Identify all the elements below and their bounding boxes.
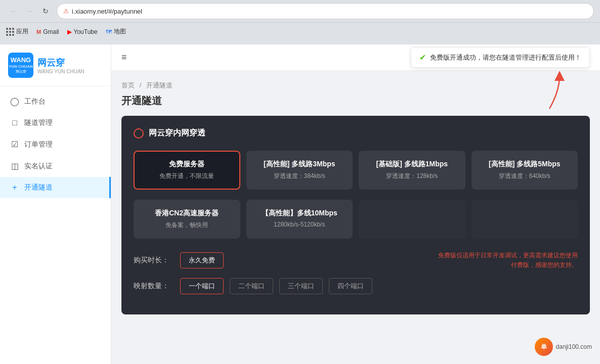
open-tunnel-icon: +: [10, 183, 19, 192]
notification-text: 免费版开通成功，请您在隧道管理进行配置后使用！: [430, 53, 581, 62]
browser-toolbar: ← → ↻ ⚠ i.xiaomy.net/#/paytunnel: [0, 0, 600, 22]
card-subtitle-10mbps: 1280kb/s-5120kb/s: [255, 221, 344, 228]
sidebar-menu: ◯ 工作台 □ 隧道管理 ☑ 订单管理 ◫ 实名认证 + 开通隧道: [0, 86, 111, 364]
server-card-free[interactable]: 免费服务器 免费开通，不限流量: [134, 151, 240, 190]
success-icon: ✔: [419, 53, 426, 62]
nav-buttons: ← → ↻: [6, 4, 53, 18]
breadcrumb-current: 开通隧道: [146, 81, 173, 89]
dark-panel: 网云穿内网穿透 免费服务器 免费开通，不限流量 [高性能] 多线路3Mbps 穿…: [121, 116, 590, 314]
card-subtitle-3mbps: 穿透速度：384kb/s: [255, 172, 344, 180]
map-btn-4[interactable]: 四个端口: [329, 278, 372, 294]
app-layout: WANG YUN CHUAN 网云穿 网云穿 WANG YUN CHUAN ◯ …: [0, 44, 600, 364]
logo-text-container: 网云穿 WANG YUN CHUAN: [37, 57, 84, 74]
card-subtitle-free: 免费开通，不限流量: [143, 172, 231, 180]
card-subtitle-hk: 免备案，畅快用: [143, 221, 231, 230]
bookmark-maps[interactable]: 🗺 地图: [106, 27, 126, 36]
security-icon: ⚠: [63, 8, 69, 15]
browser-chrome: ← → ↻ ⚠ i.xiaomy.net/#/paytunnel 应用 M Gm…: [0, 0, 600, 44]
back-button[interactable]: ←: [6, 4, 20, 18]
server-card-hk[interactable]: 香港CN2高速服务器 免备案，畅快用: [134, 200, 240, 239]
card-title-hk: 香港CN2高速服务器: [143, 209, 231, 218]
success-notification: ✔ 免费版开通成功，请您在隧道管理进行配置后使用！: [411, 47, 590, 68]
card-title-3mbps: [高性能] 多线路3Mbps: [255, 160, 344, 169]
panel-title: 网云穿内网穿透: [149, 128, 205, 139]
server-card-3mbps[interactable]: [高性能] 多线路3Mbps 穿透速度：384kb/s: [246, 151, 353, 190]
logo-subtitle: WANG YUN CHUAN: [37, 69, 84, 74]
auth-label: 实名认证: [24, 162, 53, 171]
map-count-row: 映射数量： 一个端口 二个端口 三个端口 四个端口: [134, 278, 578, 294]
open-tunnel-label: 开通隧道: [24, 183, 53, 192]
purchase-label: 购买时长：: [134, 256, 174, 265]
top-header: ≡ ✔ 免费版开通成功，请您在隧道管理进行配置后使用！: [111, 44, 600, 71]
server-card-empty2: [472, 200, 578, 239]
logo-image: WANG YUN CHUAN 网云穿: [8, 53, 33, 78]
card-subtitle-1mbps: 穿透速度：128kb/s: [368, 172, 456, 180]
card-subtitle-5mbps: 穿透速度：640kb/s: [481, 172, 569, 180]
dashboard-label: 工作台: [24, 97, 46, 106]
youtube-label: YouTube: [74, 28, 98, 35]
server-card-empty1: [359, 200, 465, 239]
watermark-text: danji100.com: [556, 343, 592, 350]
youtube-icon: ▶: [67, 28, 72, 35]
card-title-10mbps: 【高性能】多线10Mbps: [255, 209, 344, 218]
card-title-1mbps: [基础版] 多线路1Mbps: [368, 160, 456, 169]
purchase-note: 免费版仅适用于日常开发调试，更高需求建议您使用付费版，感谢您的支持。: [230, 251, 578, 270]
purchase-duration-row: 购买时长： 永久免费 免费版仅适用于日常开发调试，更高需求建议您使用付费版，感谢…: [134, 251, 578, 270]
server-grid-row2: 香港CN2高速服务器 免备案，畅快用 【高性能】多线10Mbps 1280kb/…: [134, 200, 578, 239]
panel-header: 网云穿内网穿透: [134, 128, 578, 139]
maps-label: 地图: [114, 27, 126, 36]
gmail-label: Gmail: [43, 28, 59, 35]
card-title-free: 免费服务器: [143, 160, 231, 169]
dashboard-icon: ◯: [10, 97, 19, 106]
sidebar-item-tunnel[interactable]: □ 隧道管理: [0, 112, 111, 133]
watermark: 单 danji100.com: [535, 338, 592, 356]
apps-icon: [6, 28, 14, 36]
breadcrumb-home[interactable]: 首页: [121, 81, 135, 89]
refresh-button[interactable]: ↻: [38, 4, 53, 18]
logo-title: 网云穿: [37, 57, 84, 69]
sidebar: WANG YUN CHUAN 网云穿 网云穿 WANG YUN CHUAN ◯ …: [0, 44, 111, 364]
forward-button[interactable]: →: [22, 4, 36, 18]
card-title-5mbps: [高性能] 多线路5Mbps: [481, 160, 569, 169]
purchase-free-btn[interactable]: 永久免费: [180, 252, 224, 268]
address-text: i.xiaomy.net/#/paytunnel: [72, 8, 587, 15]
server-card-5mbps[interactable]: [高性能] 多线路5Mbps 穿透速度：640kb/s: [472, 151, 578, 190]
hamburger-button[interactable]: ≡: [121, 52, 127, 63]
sidebar-logo: WANG YUN CHUAN 网云穿 网云穿 WANG YUN CHUAN: [0, 44, 111, 86]
tunnel-label: 隧道管理: [24, 118, 53, 127]
server-grid-row1: 免费服务器 免费开通，不限流量 [高性能] 多线路3Mbps 穿透速度：384k…: [134, 151, 578, 190]
auth-icon: ◫: [10, 161, 19, 171]
map-btn-1[interactable]: 一个端口: [180, 278, 224, 294]
sidebar-item-dashboard[interactable]: ◯ 工作台: [0, 90, 111, 112]
sidebar-item-auth[interactable]: ◫ 实名认证: [0, 155, 111, 177]
apps-label: 应用: [16, 27, 28, 36]
panel-radio[interactable]: [134, 128, 144, 139]
watermark-logo: 单: [535, 338, 553, 356]
maps-icon: 🗺: [106, 28, 112, 35]
orders-label: 订单管理: [24, 140, 53, 149]
sidebar-item-orders[interactable]: ☑ 订单管理: [0, 133, 111, 155]
page-title: 开通隧道: [121, 94, 590, 108]
server-card-1mbps[interactable]: [基础版] 多线路1Mbps 穿透速度：128kb/s: [359, 151, 465, 190]
bookmark-apps[interactable]: 应用: [6, 27, 28, 36]
bookmarks-bar: 应用 M Gmail ▶ YouTube 🗺 地图: [0, 22, 600, 40]
tunnel-icon: □: [10, 118, 19, 127]
bookmark-youtube[interactable]: ▶ YouTube: [67, 28, 98, 35]
breadcrumb: 首页 / 开通隧道: [121, 81, 590, 90]
header-right: ✔ 免费版开通成功，请您在隧道管理进行配置后使用！: [411, 47, 590, 68]
bookmark-gmail[interactable]: M Gmail: [36, 28, 59, 35]
main-content: ≡ ✔ 免费版开通成功，请您在隧道管理进行配置后使用！: [111, 44, 600, 364]
gmail-icon: M: [36, 29, 41, 35]
breadcrumb-sep: /: [140, 81, 142, 89]
map-btn-3[interactable]: 三个端口: [279, 278, 323, 294]
server-card-10mbps[interactable]: 【高性能】多线10Mbps 1280kb/s-5120kb/s: [246, 200, 353, 239]
map-btn-2[interactable]: 二个端口: [230, 278, 273, 294]
page-content: 首页 / 开通隧道 开通隧道 网云穿内网穿透 免费服务器 免费开通，不限流量: [111, 71, 600, 364]
sidebar-item-open-tunnel[interactable]: + 开通隧道: [0, 177, 111, 198]
address-bar[interactable]: ⚠ i.xiaomy.net/#/paytunnel: [57, 3, 594, 19]
orders-icon: ☑: [10, 140, 19, 149]
map-label: 映射数量：: [134, 282, 174, 291]
